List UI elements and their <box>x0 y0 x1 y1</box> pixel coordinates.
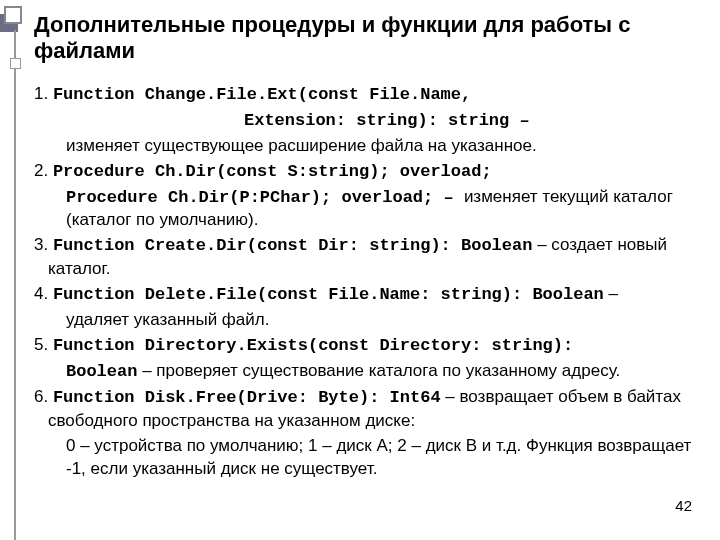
item-number: 2. <box>34 161 48 180</box>
dash: – <box>441 387 460 406</box>
list-item: 1. Function Change.File.Ext(const File.N… <box>34 83 700 107</box>
code-signature: Procedure Ch.Dir(P:PChar); overload; <box>66 188 433 207</box>
list-item: 4. Function Delete.File(const File.Name:… <box>34 283 700 307</box>
code-signature: Function Disk.Free(Drive: Byte): Int64 <box>53 388 441 407</box>
item-number: 1. <box>34 84 48 103</box>
list-item: 5. Function Directory.Exists(const Direc… <box>34 334 700 358</box>
code-signature: Procedure Ch.Dir(const S:string); overlo… <box>53 162 492 181</box>
dash: – <box>137 361 156 380</box>
code-signature: Function Create.Dir(const Dir: string): … <box>53 236 532 255</box>
item-description: удаляет указанный файл. <box>34 309 700 332</box>
list-item: Boolean – проверяет существование катало… <box>34 360 700 384</box>
item-description: проверяет существование каталога по указ… <box>156 361 620 380</box>
item-number: 3. <box>34 235 48 254</box>
code-signature: Extension: string): string <box>244 111 509 130</box>
code-signature: Function Delete.File(const File.Name: st… <box>53 285 604 304</box>
dash: – <box>433 188 464 207</box>
item-number: 5. <box>34 335 48 354</box>
item-description: изменяет существующее расширение файла н… <box>34 135 700 158</box>
list-item: Extension: string): string – <box>34 109 700 133</box>
list-item: 3. Function Create.Dir(const Dir: string… <box>34 234 700 281</box>
item-number: 6. <box>34 387 48 406</box>
item-description: 0 – устройства по умолчанию; 1 – диск А;… <box>34 435 700 481</box>
dash: – <box>604 284 618 303</box>
code-signature: Function Directory.Exists(const Director… <box>53 336 573 355</box>
item-number: 4. <box>34 284 48 303</box>
slide-decoration <box>0 0 28 540</box>
list-item: 2. Procedure Ch.Dir(const S:string); ove… <box>34 160 700 184</box>
page-number: 42 <box>675 496 692 516</box>
list-item: Procedure Ch.Dir(P:PChar); overload; – и… <box>34 186 700 233</box>
dash: – <box>532 235 551 254</box>
list-item: 6. Function Disk.Free(Drive: Byte): Int6… <box>34 386 700 433</box>
code-signature: Function Change.File.Ext(const File.Name… <box>53 85 471 104</box>
code-signature: Boolean <box>66 362 137 381</box>
dash: – <box>509 111 529 130</box>
slide-content: Дополнительные процедуры и функции для р… <box>0 0 720 493</box>
slide-title: Дополнительные процедуры и функции для р… <box>34 12 700 65</box>
